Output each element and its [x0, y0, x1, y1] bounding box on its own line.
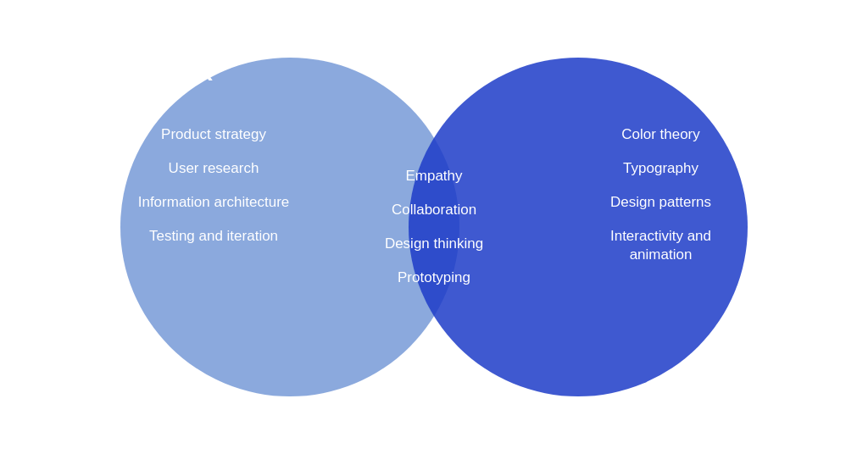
ui-item-4: Interactivity and animation — [578, 227, 743, 264]
ui-label: UI — [665, 59, 688, 86]
shared-item-3: Design thinking — [366, 235, 502, 253]
shared-item-2: Collaboration — [366, 201, 502, 219]
ui-item-3: Design patterns — [578, 193, 743, 212]
ux-item-2: User research — [133, 159, 294, 178]
ui-item-1: Color theory — [578, 125, 743, 144]
ux-item-1: Product strategy — [133, 125, 294, 144]
shared-item-1: Empathy — [366, 167, 502, 185]
venn-diagram: UX UI Product strategy User research Inf… — [70, 15, 798, 439]
ux-label: UX — [180, 59, 213, 86]
ui-only-items: Color theory Typography Design patterns … — [578, 125, 743, 264]
ux-item-3: Information architecture — [133, 193, 294, 212]
ux-only-items: Product strategy User research Informati… — [133, 125, 294, 246]
ux-item-4: Testing and iteration — [133, 227, 294, 246]
shared-item-4: Prototyping — [366, 269, 502, 287]
ui-item-2: Typography — [578, 159, 743, 178]
shared-items: Empathy Collaboration Design thinking Pr… — [366, 167, 502, 287]
